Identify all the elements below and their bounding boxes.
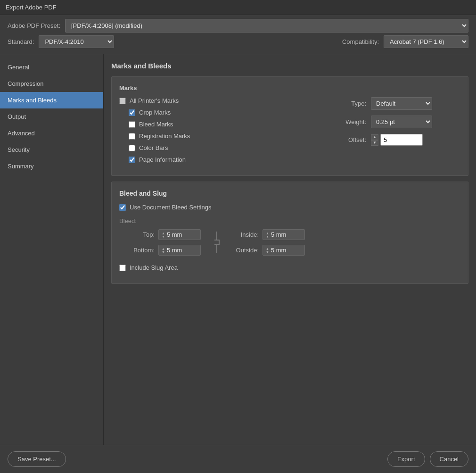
bleed-slug-section: Bleed and Slug Use Document Bleed Settin… — [111, 182, 468, 284]
crop-marks-label: Crop Marks — [139, 109, 171, 116]
bleed-top-input-wrap: ▲ ▼ 5 mm — [158, 229, 201, 240]
bleed-top-row: Top: ▲ ▼ 5 mm — [129, 229, 201, 240]
content-area: Marks and Bleeds Marks All Printer's Mar… — [104, 54, 476, 473]
standard-select[interactable]: PDF/X-4:2010 None — [39, 35, 114, 48]
bleed-outside-value: 5 mm — [271, 247, 287, 254]
preset-select[interactable]: [PDF/X-4:2008] (modified) — [65, 19, 468, 33]
weight-select[interactable]: 0.25 pt 0.125 pt 0.50 pt — [371, 116, 432, 128]
use-document-bleed-row: Use Document Bleed Settings — [119, 204, 460, 211]
bleed-inside-up[interactable]: ▲ — [266, 232, 269, 235]
bleed-outside-input-wrap: ▲ ▼ 5 mm — [263, 245, 305, 256]
bottom-bar: Save Preset... Export Cancel — [0, 445, 476, 473]
offset-row: Offset: ▲ ▼ — [338, 134, 460, 146]
title-bar: Export Adobe PDF — [0, 0, 476, 15]
bleed-outside-up[interactable]: ▲ — [266, 247, 269, 250]
registration-marks-checkbox[interactable] — [129, 133, 135, 140]
weight-label: Weight: — [338, 118, 366, 125]
offset-up-btn[interactable]: ▲ — [371, 134, 378, 140]
offset-down-btn[interactable]: ▼ — [371, 140, 378, 146]
all-printers-marks-label: All Printer's Marks — [130, 97, 179, 104]
bleed-outside-row: Outside: ▲ ▼ 5 mm — [233, 245, 305, 256]
bleed-bottom-row: Bottom: ▲ ▼ 5 mm — [129, 245, 201, 256]
sidebar-item-security[interactable]: Security — [0, 141, 103, 158]
sidebar-item-output[interactable]: Output — [0, 108, 103, 125]
sidebar-item-marks-and-bleeds[interactable]: Marks and Bleeds — [0, 92, 103, 108]
include-slug-checkbox[interactable] — [119, 265, 126, 271]
preset-label: Adobe PDF Preset: — [8, 22, 60, 29]
bleed-inside-value: 5 mm — [271, 231, 287, 238]
registration-marks-label: Registration Marks — [139, 133, 190, 140]
sidebar-item-general[interactable]: General — [0, 59, 103, 75]
sidebar-item-summary[interactable]: Summary — [0, 158, 103, 174]
sidebar-item-advanced[interactable]: Advanced — [0, 125, 103, 141]
bleed-top-down[interactable]: ▼ — [162, 235, 165, 238]
standard-label: Standard: — [8, 38, 34, 45]
bleed-outside-down[interactable]: ▼ — [266, 250, 269, 254]
include-slug-row: Include Slug Area — [119, 264, 460, 271]
header-rows: Adobe PDF Preset: [PDF/X-4:2008] (modifi… — [0, 15, 476, 54]
compatibility-select[interactable]: Acrobat 7 (PDF 1.6) Acrobat 5 (PDF 1.4) — [384, 35, 468, 48]
bleed-inside-down[interactable]: ▼ — [266, 235, 269, 238]
type-label: Type: — [338, 100, 366, 107]
offset-label: Offset: — [338, 136, 366, 143]
compatibility-label: Compatibility: — [342, 38, 379, 45]
offset-input[interactable] — [380, 134, 423, 146]
color-bars-label: Color Bars — [139, 144, 168, 151]
bleed-inside-row: Inside: ▲ ▼ 5 mm — [233, 229, 305, 240]
sidebar-item-compression[interactable]: Compression — [0, 75, 103, 92]
marks-and-bleeds-title: Marks and Bleeds — [111, 62, 468, 70]
bleed-bottom-input-wrap: ▲ ▼ 5 mm — [158, 245, 201, 256]
use-document-bleed-label: Use Document Bleed Settings — [130, 204, 211, 211]
include-slug-label: Include Slug Area — [130, 264, 178, 271]
crop-marks-row: Crop Marks — [129, 109, 328, 116]
bleed-bottom-down[interactable]: ▼ — [162, 250, 165, 254]
link-icon — [213, 231, 221, 254]
bleed-top-label: Top: — [129, 231, 155, 238]
page-information-row: Page Information — [129, 156, 328, 163]
registration-marks-row: Registration Marks — [129, 133, 328, 140]
type-row: Type: Default Roman J Mark — [338, 97, 460, 110]
bleed-label: Bleed: — [119, 217, 460, 224]
bleed-top-value: 5 mm — [167, 231, 182, 238]
export-button[interactable]: Export — [387, 451, 425, 467]
bleed-marks-checkbox[interactable] — [129, 121, 135, 128]
color-bars-row: Color Bars — [129, 144, 328, 151]
bleed-marks-row: Bleed Marks — [129, 121, 328, 128]
bleed-inside-input-wrap: ▲ ▼ 5 mm — [263, 229, 305, 240]
all-printers-marks-checkbox[interactable] — [119, 98, 126, 104]
page-information-checkbox[interactable] — [129, 157, 135, 163]
bleed-slug-title: Bleed and Slug — [119, 190, 460, 197]
marks-section: Marks All Printer's Marks Crop Marks — [111, 76, 468, 176]
marks-group-label: Marks — [119, 84, 460, 91]
bleed-inside-label: Inside: — [233, 231, 259, 238]
weight-row: Weight: 0.25 pt 0.125 pt 0.50 pt — [338, 116, 460, 128]
bleed-outside-label: Outside: — [233, 247, 259, 254]
cancel-button[interactable]: Cancel — [430, 451, 468, 467]
bleed-bottom-value: 5 mm — [167, 247, 182, 254]
save-preset-button[interactable]: Save Preset... — [8, 451, 66, 467]
bleed-marks-label: Bleed Marks — [139, 121, 173, 128]
page-information-label: Page Information — [139, 156, 186, 163]
window-title: Export Adobe PDF — [6, 4, 57, 11]
color-bars-checkbox[interactable] — [129, 145, 135, 151]
bleed-bottom-label: Bottom: — [129, 247, 155, 254]
all-printers-marks-row: All Printer's Marks — [119, 97, 328, 104]
use-document-bleed-checkbox[interactable] — [119, 204, 126, 211]
sidebar: General Compression Marks and Bleeds Out… — [0, 54, 104, 473]
bleed-bottom-up[interactable]: ▲ — [162, 247, 165, 250]
crop-marks-checkbox[interactable] — [129, 109, 135, 116]
bleed-top-up[interactable]: ▲ — [162, 232, 165, 235]
type-select[interactable]: Default Roman J Mark — [371, 97, 432, 110]
window: Export Adobe PDF Adobe PDF Preset: [PDF/… — [0, 0, 476, 473]
